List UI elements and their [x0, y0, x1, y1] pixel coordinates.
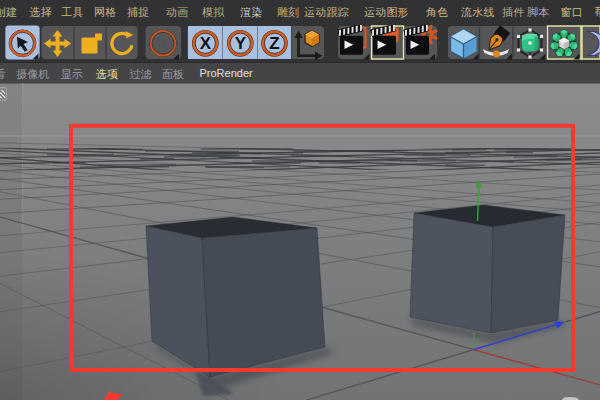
svg-text:X: X	[200, 34, 212, 53]
svg-text:Z: Z	[269, 34, 279, 53]
svg-text:Y: Y	[235, 34, 247, 53]
